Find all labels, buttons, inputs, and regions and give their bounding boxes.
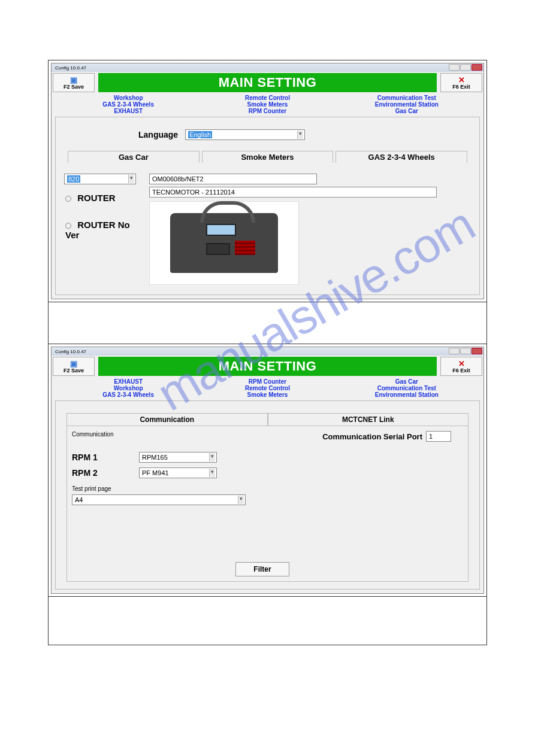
spacer-cell [49,302,486,344]
exit-icon: ✕ [458,76,465,84]
minimize-icon[interactable] [449,348,460,354]
sub-tabs[interactable]: Gas Car Smoke Meters GAS 2-3-4 Wheels [61,151,474,163]
bottom-cell [49,597,486,645]
tab-gas-car[interactable]: Gas Car [337,108,476,114]
save-button[interactable]: ▣ F2 Save [53,73,95,92]
titlebar: Config 10.0.47 [52,63,483,72]
save-label: F2 Save [64,368,84,374]
tab-exhaust[interactable]: EXHAUST [59,378,198,385]
exit-icon: ✕ [458,360,465,368]
tab-smoke-meters[interactable]: Smoke Meters [198,391,337,398]
tabs-row-3[interactable]: GAS 2-3-4 Wheels Smoke Meters Environmen… [55,391,480,398]
inner-tabs[interactable]: Communication MCTCNET Link [67,413,468,426]
communication-panel: Communication Communication Serial Port … [67,426,468,582]
screenshot-1-cell: Config 10.0.47 ▣ F2 Save MAIN SETTING ✕ … [49,60,486,302]
testprint-combo[interactable]: A4 [72,494,246,505]
titlebar: Config 10.0.47 [52,347,483,356]
exit-button[interactable]: ✕ F6 Exit [440,357,482,376]
save-icon: ▣ [70,360,77,368]
firmware-field[interactable]: TECNOMOTOR - 21112014 [149,187,437,198]
window-controls[interactable] [449,64,482,71]
tab-rpm-counter[interactable]: RPM Counter [198,378,337,385]
exit-label: F6 Exit [452,84,470,90]
close-icon[interactable] [471,64,482,71]
tab-communication-test[interactable]: Communication Test [337,95,476,101]
language-label: Language [138,130,178,139]
tab-remote-control[interactable]: Remote Control [198,385,337,391]
router-nover-radio[interactable]: ROUTER No Ver [65,220,142,240]
window-controls[interactable] [449,348,482,354]
tabs-row-1[interactable]: EXHAUST RPM Counter Gas Car [55,378,480,385]
exit-button[interactable]: ✕ F6 Exit [440,73,482,92]
router-radio[interactable]: ROUTER [65,193,142,203]
main-banner: MAIN SETTING [98,73,437,92]
model-combo[interactable]: 820 [64,174,136,184]
tab-smoke-meters[interactable]: Smoke Meters [198,101,337,108]
tab-exhaust[interactable]: EXHAUST [59,108,198,114]
tab-workshop[interactable]: Workshop [59,95,198,101]
language-combo[interactable]: English [185,129,305,140]
tab-rpm-counter[interactable]: RPM Counter [198,108,337,114]
save-icon: ▣ [70,76,77,84]
language-value: English [188,131,212,138]
tabs-row-3[interactable]: EXHAUST RPM Counter Gas Car [55,108,480,114]
save-button[interactable]: ▣ F2 Save [53,357,95,376]
tab-env-station[interactable]: Environmental Station [337,101,476,108]
tab-remote-control[interactable]: Remote Control [198,95,337,101]
screenshot-2-cell: Config 10.0.47 ▣ F2 Save MAIN SETTING ✕ … [49,344,486,597]
minimize-icon[interactable] [449,64,460,71]
tab-gas-wheels[interactable]: GAS 2-3-4 Wheels [59,391,198,398]
tabs-row-2[interactable]: GAS 2-3-4 Wheels Smoke Meters Environmen… [55,101,480,108]
exit-label: F6 Exit [452,368,470,374]
serial-port-input[interactable]: 1 [426,431,451,442]
main-banner: MAIN SETTING [98,357,437,376]
tab-workshop[interactable]: Workshop [59,385,198,391]
tabs-row-2[interactable]: Workshop Remote Control Communication Te… [55,385,480,391]
tab-gas-car[interactable]: Gas Car [337,378,476,385]
subtab-gas-car[interactable]: Gas Car [68,151,200,163]
tab-gas-wheels[interactable]: GAS 2-3-4 Wheels [59,101,198,108]
tab-mctcnet[interactable]: MCTCNET Link [268,413,469,426]
filter-button[interactable]: Filter [235,562,289,576]
save-label: F2 Save [64,84,84,90]
window-title: Config 10.0.47 [55,65,86,71]
rpm2-combo[interactable]: PF M941 [139,467,217,478]
testprint-label: Test print page [72,485,463,492]
close-icon[interactable] [471,348,482,354]
rpm2-label: RPM 2 [72,468,120,478]
tab-content-gas-car: Language English Gas Car Smoke Meters GA… [55,117,480,295]
page-container: manualshive.com Config 10.0.47 ▣ F2 Save… [48,60,487,645]
model-value: 820 [67,175,80,183]
app-window-1: Config 10.0.47 ▣ F2 Save MAIN SETTING ✕ … [51,63,484,299]
rpm1-label: RPM 1 [72,453,120,462]
tab-communication[interactable]: Communication [67,413,268,426]
serial-port-label: Communication Serial Port [322,432,422,441]
subtab-gas-wheels[interactable]: GAS 2-3-4 Wheels [335,151,467,163]
rpm1-combo[interactable]: RPM165 [139,452,217,463]
app-window-2: Config 10.0.47 ▣ F2 Save MAIN SETTING ✕ … [51,347,484,594]
tab-content-rpm: Communication MCTCNET Link Communication… [55,400,480,590]
maximize-icon[interactable] [460,348,471,354]
tab-env-station[interactable]: Environmental Station [337,391,476,398]
subtab-smoke-meters[interactable]: Smoke Meters [202,151,334,163]
device-image [149,201,299,285]
maximize-icon[interactable] [460,64,471,71]
net-field[interactable]: OM00608b/NET2 [149,174,317,184]
tabs-row-1[interactable]: Workshop Remote Control Communication Te… [55,95,480,101]
tab-communication-test[interactable]: Communication Test [337,385,476,391]
window-title: Config 10.0.47 [55,349,86,354]
